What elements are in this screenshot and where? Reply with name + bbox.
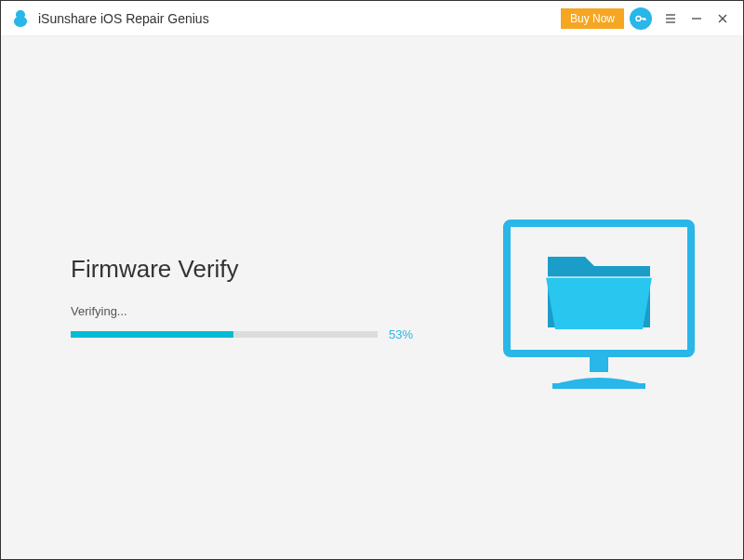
close-button[interactable] [710,6,736,32]
progress-percent-label: 53% [389,327,413,341]
app-window: iSunshare iOS Repair Genius Buy Now [0,0,744,560]
hamburger-icon [665,13,676,24]
svg-rect-8 [590,353,608,372]
buy-now-button[interactable]: Buy Now [561,8,624,29]
monitor-illustration [501,218,697,394]
status-text: Verifying... [71,304,461,318]
app-title: iSunshare iOS Repair Genius [38,11,209,26]
progress-block: Firmware Verify Verifying... 53% [71,255,461,341]
close-icon [717,13,728,24]
page-title: Firmware Verify [71,255,461,284]
content-area: Firmware Verify Verifying... 53% [1,36,743,559]
app-logo-icon [10,8,31,29]
svg-point-0 [636,16,641,20]
minimize-icon [691,13,702,24]
progress-row: 53% [71,327,461,341]
progress-bar [71,331,378,338]
svg-rect-9 [552,383,645,389]
minimize-button[interactable] [684,6,710,32]
titlebar: iSunshare iOS Repair Genius Buy Now [1,1,743,36]
help-button[interactable] [630,7,652,30]
monitor-folder-icon [501,218,697,394]
menu-button[interactable] [658,6,684,32]
progress-fill [71,331,233,338]
key-icon [634,12,647,25]
